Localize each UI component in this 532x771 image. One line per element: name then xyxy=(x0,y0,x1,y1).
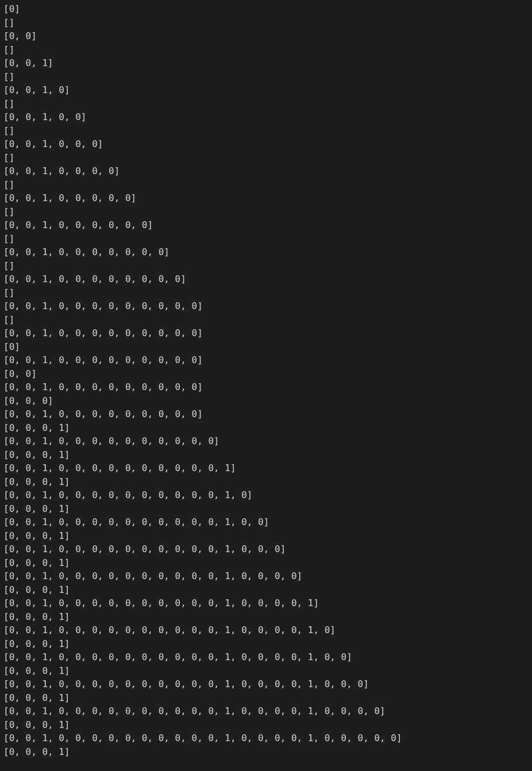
output-line: [0, 0, 0, 1] xyxy=(3,503,70,514)
output-line: [] xyxy=(3,260,14,271)
terminal-output: [0] [] [0, 0] [] [0, 0, 1] [] [0, 0, 1, … xyxy=(0,0,532,761)
output-line: [0, 0, 1, 0, 0, 0, 0, 0, 0, 0, 0, 0, 0] xyxy=(3,435,219,446)
output-line: [0, 0, 1, 0, 0, 0, 0, 0, 0, 0, 0, 0, 0, … xyxy=(3,489,252,500)
output-line: [] xyxy=(3,125,14,136)
output-line: [0, 0, 1, 0, 0, 0, 0, 0, 0, 0, 0, 0] xyxy=(3,327,203,338)
output-line: [0, 0, 0] xyxy=(3,395,53,406)
output-line: [0, 0, 1, 0, 0, 0, 0, 0, 0] xyxy=(3,219,153,230)
output-line: [0] xyxy=(3,341,20,352)
output-line: [0, 0, 0, 1] xyxy=(3,692,70,703)
output-line: [0, 0, 0, 1] xyxy=(3,476,70,487)
output-line: [0, 0, 1, 0] xyxy=(3,84,70,95)
output-line: [0, 0, 1, 0, 0, 0, 0, 0, 0, 0, 0, 0, 0, … xyxy=(3,733,402,743)
output-line: [0, 0, 0, 1] xyxy=(3,449,70,460)
output-line: [0, 0, 1, 0, 0, 0, 0, 0, 0, 0] xyxy=(3,246,169,257)
output-line: [0, 0, 1, 0, 0, 0, 0, 0, 0, 0, 0, 0] xyxy=(3,408,203,419)
output-line: [0] xyxy=(3,3,20,14)
output-line: [] xyxy=(3,152,14,163)
output-line: [0, 0, 1, 0, 0, 0, 0, 0, 0, 0, 0, 0] xyxy=(3,300,203,311)
output-line: [0, 0, 1, 0, 0, 0, 0, 0, 0, 0, 0, 0, 0, … xyxy=(3,570,302,581)
output-line: [0, 0, 1, 0, 0, 0, 0, 0, 0, 0, 0, 0, 0, … xyxy=(3,462,236,473)
output-line: [0, 0, 0, 1] xyxy=(3,746,70,757)
output-line: [0, 0, 1, 0, 0, 0, 0, 0] xyxy=(3,192,136,203)
output-line: [0, 0, 0, 1] xyxy=(3,584,70,595)
output-line: [0, 0, 0, 1] xyxy=(3,719,70,730)
output-line: [0, 0, 1, 0, 0, 0, 0, 0, 0, 0, 0] xyxy=(3,273,186,284)
output-line: [0, 0] xyxy=(3,30,37,41)
output-line: [0, 0, 1, 0, 0, 0, 0, 0, 0, 0, 0, 0, 0, … xyxy=(3,624,336,635)
output-line: [0, 0, 0, 1] xyxy=(3,638,70,649)
output-line: [0, 0, 0, 1] xyxy=(3,557,70,568)
output-line: [] xyxy=(3,71,14,82)
output-line: [] xyxy=(3,233,14,244)
output-line: [0, 0, 1, 0, 0, 0, 0, 0, 0, 0, 0, 0] xyxy=(3,354,203,365)
output-line: [] xyxy=(3,314,14,325)
output-line: [0, 0, 1, 0, 0, 0, 0, 0, 0, 0, 0, 0, 0, … xyxy=(3,652,352,662)
output-line: [] xyxy=(3,44,14,55)
output-line: [0, 0] xyxy=(3,368,37,379)
output-line: [0, 0, 1, 0, 0] xyxy=(3,111,87,122)
output-line: [0, 0, 1, 0, 0, 0, 0, 0, 0, 0, 0, 0, 0, … xyxy=(3,543,286,554)
output-line: [0, 0, 1, 0, 0, 0, 0, 0, 0, 0, 0, 0, 0, … xyxy=(3,706,385,716)
output-line: [] xyxy=(3,287,14,298)
output-line: [] xyxy=(3,179,14,190)
output-line: [0, 0, 1, 0, 0, 0, 0] xyxy=(3,165,119,176)
output-line: [0, 0, 0, 1] xyxy=(3,530,70,541)
output-line: [] xyxy=(3,206,14,217)
output-line: [0, 0, 1, 0, 0, 0] xyxy=(3,138,103,149)
output-line: [0, 0, 1, 0, 0, 0, 0, 0, 0, 0, 0, 0, 0, … xyxy=(3,597,319,608)
output-line: [0, 0, 1, 0, 0, 0, 0, 0, 0, 0, 0, 0, 0, … xyxy=(3,679,369,689)
output-line: [] xyxy=(3,17,14,28)
output-line: [0, 0, 1, 0, 0, 0, 0, 0, 0, 0, 0, 0] xyxy=(3,381,203,392)
output-line: [0, 0, 0, 1] xyxy=(3,665,70,676)
output-line: [0, 0, 1, 0, 0, 0, 0, 0, 0, 0, 0, 0, 0, … xyxy=(3,516,269,527)
output-line: [0, 0, 1] xyxy=(3,57,53,68)
output-line: [] xyxy=(3,98,14,109)
output-line: [0, 0, 0, 1] xyxy=(3,422,70,433)
output-line: [0, 0, 0, 1] xyxy=(3,611,70,622)
